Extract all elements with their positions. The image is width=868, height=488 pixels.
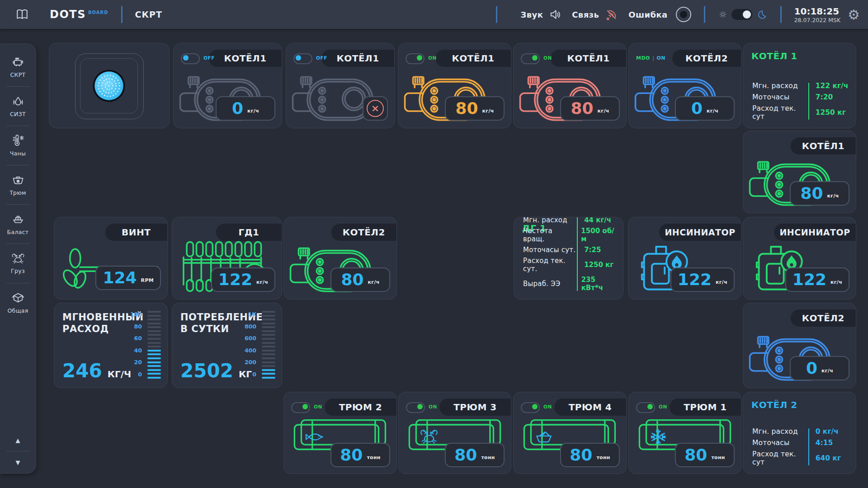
panel-title: КОТЁЛ 2 [751, 399, 797, 410]
info-row: Моточасы7:20 [752, 93, 850, 101]
logbook-icon [15, 9, 29, 20]
sidebar-item-skrt[interactable]: СКРТ [0, 47, 36, 86]
info-row: Расход тек. сут.1250 кг [523, 257, 618, 273]
card-title: КОТЁЛ2 [791, 310, 856, 327]
divider [121, 6, 123, 23]
card-incinerator-green: ИНСИНИАТОР 122 кг/ч [743, 217, 856, 300]
value-pill: 122 кг/ч [670, 267, 735, 292]
fault-pill: × [363, 96, 388, 121]
gauge-scale: 10080 6040 200 [130, 311, 142, 378]
value-pill: 80 тонн [330, 443, 390, 467]
card-title: ТРЮМ 1 [670, 399, 741, 416]
info-row: Мгн. расход44 кг/ч [523, 217, 618, 224]
card-title: КОТЁЛ1 [435, 50, 511, 67]
gauge-bars [147, 311, 161, 379]
power-toggle[interactable] [291, 402, 310, 413]
info-row: Моточасы4:15 [752, 439, 850, 447]
value-pill: 122 кг/ч [785, 267, 849, 292]
scroll-down-arrow[interactable]: ▼ [16, 451, 20, 473]
toggle-state: ON [428, 55, 437, 61]
card-kotel2-mdo: КОТЁЛ2 MDO|ON 0 кг/ч [628, 43, 741, 128]
card-title: КОТЁЛ2 [672, 50, 741, 67]
top-nav-section[interactable]: СКРТ [135, 9, 162, 19]
power-toggle[interactable] [406, 53, 425, 64]
toggle-state: ON [659, 404, 667, 409]
card-title: КОТЁЛ1 [791, 137, 856, 155]
value-pill: 122 кг/ч [211, 267, 275, 292]
card-incinerator-blue: ИНСИНИАТОР 122 кг/ч [628, 217, 741, 300]
toggle-state: ON [314, 404, 322, 409]
scroll-up-arrow[interactable]: ▲ [16, 429, 20, 451]
power-toggle[interactable] [293, 53, 312, 64]
card-vint: ВИНТ 124 RPM [54, 217, 168, 300]
divider [496, 6, 497, 23]
card-kotel1-red: КОТЁЛ1 ON 80 кг/ч [513, 43, 627, 128]
open-box-icon [11, 291, 25, 304]
divider [780, 6, 782, 23]
sidebar: СКРТ СИЗТ Чаны Трюм Баласт Груз [0, 43, 36, 474]
card-title: КОТЁЛ1 [321, 50, 394, 67]
card-title: КОТЁЛ1 [551, 50, 626, 67]
fault-x-icon: × [367, 100, 384, 117]
value-pill: 0 кг/ч [675, 96, 735, 121]
ship-icon [11, 213, 25, 225]
info-row: Частота вращ.1500 об/м [523, 227, 618, 243]
info-row: Выраб. ЭЭ235 кВт*ч [523, 276, 618, 292]
value-pill: 0 кг/ч [216, 96, 275, 121]
settings-gear-icon[interactable]: ⚙ [848, 7, 860, 23]
info-row: Моточасы сут.7:25 [523, 246, 618, 254]
sun-icon [719, 10, 727, 19]
card-gd1: ГД1 122 кг/ч [172, 217, 282, 300]
value-pill: 80 тонн [675, 443, 735, 467]
logo-suffix: BOARD [88, 10, 108, 15]
power-toggle[interactable] [521, 402, 540, 413]
sound-label: Звук [521, 10, 543, 19]
info-row: Расход тек. сут1250 кг [752, 104, 850, 121]
error-indicator[interactable] [676, 7, 691, 22]
power-toggle[interactable] [521, 53, 540, 64]
speaker-icon[interactable] [549, 9, 561, 20]
bulk-cargo-icon [534, 429, 553, 444]
value-pill: 80 тонн [445, 443, 505, 467]
theme-toggle[interactable] [731, 9, 752, 20]
card-kotel1-orange: КОТЁЛ1 ON 80 кг/ч [398, 43, 511, 128]
value-pill: 80 тонн [560, 443, 620, 467]
card-title: ИНСИНИАТОР [659, 224, 741, 241]
card-kotel1-fault: КОТЁЛ1 OFF × [286, 43, 395, 128]
clock: 10:18:25 28.07.2022 MSK [794, 6, 840, 23]
toggle-state: OFF [316, 55, 327, 61]
card-hold1: ТРЮМ 1 ON 80 тонн [628, 392, 741, 474]
app-logo: DOTSBOARD [50, 8, 108, 21]
card-daily-consumption: ПОТРЕБЛЕНИЕВ СУТКИ 1K800 600400 2000 250… [172, 303, 282, 388]
panel-kotel1-info: КОТЁЛ 1 Мгн. расход122 кг/ч Моточасы7:20… [743, 43, 856, 128]
info-rows: Мгн. расход44 кг/ч Частота вращ.1500 об/… [523, 217, 618, 292]
engine-icon [11, 56, 25, 68]
toggle-state: ON [543, 55, 552, 61]
card-kotel1-off: КОТЁЛ1 OFF 0 кг/ч [173, 43, 282, 128]
card-instant-consumption: МГНОВЕННЫЙРАСХОД 10080 6040 200 246 КГ/Ч [54, 303, 168, 388]
sidebar-item-tryum[interactable]: Трюм [0, 165, 36, 204]
sidebar-item-chany[interactable]: Чаны [0, 126, 36, 165]
sidebar-item-sizt[interactable]: СИЗТ [0, 87, 36, 126]
sidebar-item-gruz[interactable]: Груз [0, 244, 36, 283]
value-pill: 80 кг/ч [445, 96, 505, 121]
fish-icon [305, 431, 325, 443]
info-row: Расход тек. сут640 кг [752, 450, 850, 466]
info-row: Мгн. расход0 кг/ч [752, 427, 850, 436]
power-toggle[interactable] [181, 53, 200, 64]
top-bar-status: Звук Связь Ошибка 10:18:25 28.07.2022 MS… [483, 6, 860, 23]
panel-kotel2-info: КОТЁЛ 2 Мгн. расход0 кг/ч Моточасы4:15 Р… [743, 392, 856, 474]
panel-title: КОТЁЛ 1 [751, 51, 797, 61]
fuel-drop-icon [11, 95, 25, 108]
sidebar-item-obshchaya[interactable]: Общая [0, 283, 36, 322]
sidebar-item-balast[interactable]: Баласт [0, 205, 36, 244]
card-hold4: ТРЮМ 4 ON 80 тонн [513, 392, 627, 474]
card-kotel2-green: КОТЁЛ2 80 кг/ч [283, 217, 397, 300]
power-toggle[interactable] [636, 402, 655, 413]
gauge-bars [262, 311, 275, 379]
card-title: ТРЮМ 3 [439, 399, 511, 416]
value-pill: 124 RPM [95, 266, 161, 290]
power-toggle[interactable] [406, 402, 425, 413]
connection-error-icon[interactable] [605, 9, 618, 21]
fuel-mode-indicator: MDO|ON [636, 55, 665, 61]
